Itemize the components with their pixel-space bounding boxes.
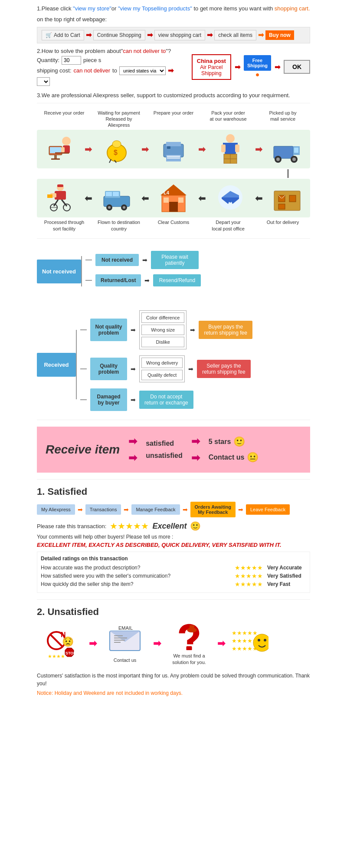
qty-label: Quantity: (37, 57, 59, 63)
unsatisfied-title: 2. Unsatisfied (37, 606, 310, 618)
svg-text:EMAIL: EMAIL (118, 625, 133, 631)
quality-defect-box: Quality defect (141, 370, 183, 380)
rating-label-0: How accurate was the product description… (41, 565, 230, 571)
china-post-title: China post (197, 58, 226, 64)
continue-shopping-step[interactable]: Continue Shopping (93, 30, 145, 40)
not-quality-box: Not quality problem (90, 319, 127, 341)
pink-section: Receive item ➡ ➡ satisfied unsatisfied ➡… (37, 427, 310, 473)
svg-text:★★★★: ★★★★ (48, 654, 65, 659)
contact-us-text: Contact us (114, 658, 137, 663)
proc-bot-label-3: Flown to destination country (95, 219, 143, 232)
check-all-step[interactable]: check all items (214, 30, 256, 40)
shipping-method-select[interactable] (37, 77, 50, 86)
ok-button[interactable]: OK (284, 60, 310, 74)
cart-steps-bar: 🛒 Add to Cart ➡ Continue Shopping ➡ view… (37, 27, 310, 43)
svg-rect-17 (167, 156, 180, 157)
buy-now-step[interactable]: Buy now (265, 30, 294, 40)
shipping-country-select[interactable]: unied states via (119, 66, 166, 75)
rating-row-0: How accurate was the product description… (41, 564, 306, 571)
svg-rect-51 (113, 192, 119, 196)
view-cart-step[interactable]: view shopping cart (154, 30, 205, 40)
fb-step-4: Leave Feedback (246, 504, 290, 515)
comments-text: Your comments will help other buyers! Pl… (37, 534, 310, 540)
qty-unit: piece s (83, 57, 101, 63)
can-not-deliver-text: can not deliver to (123, 48, 166, 54)
svg-point-31 (276, 158, 280, 161)
svg-rect-57 (57, 184, 63, 187)
fb-step-0: My Aliexpress (37, 504, 75, 515)
svg-rect-78 (114, 640, 125, 641)
svg-point-53 (108, 206, 111, 209)
excellent-text: Excellent (152, 522, 187, 531)
proc-arrow-5: ➡ (198, 193, 206, 204)
rating-row-2: How quickly did the seller ship the item… (41, 581, 306, 588)
r-arrow1: ➡ (131, 326, 136, 333)
proc-arrow-0: ➡ (85, 144, 92, 155)
rating-label-2: How quickly did the seller ship the item… (41, 581, 230, 587)
proc-bot-label-1: Depart your local post office (204, 219, 252, 232)
china-post-subtitle2: Shipping (197, 70, 226, 76)
rating-result-1: Very Satisfied (267, 573, 306, 579)
proc-arrow-4: ➡ (255, 193, 262, 204)
add-to-cart-step[interactable]: 🛒 Add to Cart (42, 30, 84, 40)
cart-icon: 🛒 (46, 32, 52, 38)
wrong-size-box: Wrong size (141, 325, 184, 335)
svg-rect-79 (114, 642, 121, 643)
svg-point-87 (258, 639, 260, 641)
qty-input[interactable] (62, 56, 81, 65)
proc-label-1: Waiting for payment Released by Aliexpre… (95, 110, 143, 128)
proc-icon-1: $ (95, 133, 138, 165)
shipping-row: shipping cost:can not deliver to unied s… (37, 66, 183, 86)
svg-rect-34 (274, 191, 300, 210)
proc-arrow-2: ➡ (198, 144, 206, 155)
svg-text:STOP: STOP (65, 651, 76, 655)
view-store-link[interactable]: "view my store" (73, 5, 111, 12)
proc-label-4: Picked up by mail service (259, 110, 307, 128)
r-arrow3: ➡ (131, 396, 136, 403)
quantity-row: Quantity: piece s (37, 56, 183, 65)
example-feedback: EXCELLENT ITEM, EXACTLY AS DESCRIBED, QU… (37, 542, 310, 548)
satisfied-title: 1. Satisfied (37, 486, 310, 497)
rate-row: Please rate this transaction: ★★★★★ Exce… (37, 521, 310, 531)
svg-rect-50 (106, 192, 112, 196)
view-topselling-link[interactable]: "view my Topselling products" (118, 5, 192, 12)
r-arrow2b: ➡ (188, 365, 193, 372)
divider1 (37, 103, 310, 103)
no-return-box: Do not accept return or exchange (139, 391, 193, 409)
svg-rect-20 (223, 143, 238, 145)
svg-point-55 (123, 206, 125, 209)
color-diff-box: Color difference (141, 312, 184, 323)
proc-icon-5 (265, 182, 309, 214)
pink-arrow1: ➡ (128, 435, 137, 447)
nr-arrow1: ➡ (142, 256, 147, 263)
svg-rect-36 (289, 195, 296, 202)
proc-bot-label-2: Clear Customs (150, 219, 197, 232)
proc-arrow-7: ➡ (85, 193, 92, 204)
svg-point-9 (112, 141, 121, 148)
svg-point-19 (226, 134, 235, 143)
proc-label-0: Receive your order (40, 110, 88, 128)
arrow3: ➡ (207, 31, 213, 39)
unsat-arrow3: ➡ (217, 638, 225, 649)
received-branch1-row: Not quality problem ➡ Color difference W… (80, 310, 252, 349)
right-arrow1: ➡ (235, 63, 240, 71)
right-arrow2: ➡ (275, 63, 280, 71)
satisfied-section: 1. Satisfied My Aliexpress ➡ Transaction… (37, 486, 310, 593)
rating-label-1: How satisfied were you with the seller's… (41, 573, 230, 579)
proc-icon-0 (38, 133, 82, 165)
five-stars-label: 5 stars (209, 438, 231, 446)
proc-icon-4 (265, 133, 308, 165)
svg-rect-3 (51, 158, 60, 160)
shipping-to: to (112, 67, 117, 74)
proc-icon-6 (209, 182, 252, 214)
fb-step-1: Transactions (85, 504, 121, 515)
svg-rect-16 (167, 146, 170, 149)
proc-icon-9 (39, 182, 82, 214)
proc-label-2: Prepare your order (150, 110, 197, 128)
wrong-delivery-box: Wrong delivery (141, 358, 183, 368)
received-branch3-row: Damaged by buyer ➡ Do not accept return … (80, 388, 252, 411)
svg-rect-14 (166, 142, 181, 146)
svg-rect-44 (169, 202, 178, 212)
proc-bot-label-4: Processed through sort facility (40, 219, 88, 232)
free-shipping-box: FreeShipping (244, 55, 271, 71)
